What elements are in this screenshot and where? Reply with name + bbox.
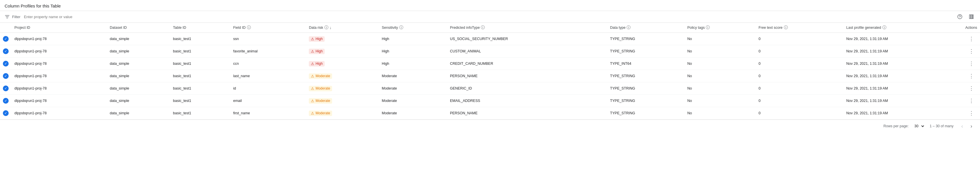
- dataset-id-cell: data_simple: [107, 70, 170, 82]
- row-actions-button[interactable]: ⋮: [967, 84, 975, 92]
- data-type-cell: TYPE_STRING: [607, 33, 684, 45]
- project-id-cell: dlppsbqrun1-proj-78: [11, 107, 107, 119]
- row-actions-button[interactable]: ⋮: [967, 72, 975, 80]
- free-text-score-cell: 0: [756, 70, 843, 82]
- col-actions: Actions: [963, 23, 980, 33]
- table-id-cell: basic_test1: [170, 82, 231, 95]
- row-actions-button[interactable]: ⋮: [967, 60, 975, 68]
- row-actions-button[interactable]: ⋮: [967, 109, 975, 117]
- data-type-cell: TYPE_INT64: [607, 57, 684, 70]
- policy-tags-cell: No: [684, 82, 756, 95]
- risk-icon: ⚠: [311, 74, 314, 78]
- check-icon: ✓: [3, 48, 9, 54]
- risk-icon: ⚠: [311, 99, 314, 103]
- data-risk-badge: ⚠Moderate: [309, 86, 332, 91]
- check-icon: ✓: [3, 110, 9, 116]
- data-type-cell: TYPE_STRING: [607, 95, 684, 107]
- col-status: [0, 23, 11, 33]
- table-id-cell: basic_test1: [170, 95, 231, 107]
- policy-tags-cell: No: [684, 95, 756, 107]
- free-text-score-cell: 0: [756, 82, 843, 95]
- col-table-id: Table ID: [170, 23, 231, 33]
- free-text-score-cell: 0: [756, 95, 843, 107]
- actions-cell: ⋮: [963, 70, 980, 82]
- table-row: ✓dlppsbqrun1-proj-78data_simplebasic_tes…: [0, 45, 980, 57]
- data-risk-cell: ⚠Moderate: [306, 107, 379, 119]
- data-type-cell: TYPE_STRING: [607, 70, 684, 82]
- table-id-cell: basic_test1: [170, 70, 231, 82]
- policy-tags-cell: No: [684, 70, 756, 82]
- sensitivity-cell: High: [379, 33, 447, 45]
- actions-cell: ⋮: [963, 95, 980, 107]
- data-risk-sort-icon[interactable]: ↓: [329, 25, 332, 30]
- status-cell: ✓: [0, 57, 11, 70]
- predicted-info-type-cell: GENERIC_ID: [447, 82, 607, 95]
- free-text-score-help-icon[interactable]: ⓘ: [784, 25, 788, 30]
- help-button[interactable]: [956, 13, 964, 21]
- sensitivity-cell: Moderate: [379, 95, 447, 107]
- actions-cell: ⋮: [963, 57, 980, 70]
- policy-tags-cell: No: [684, 107, 756, 119]
- columns-button[interactable]: [967, 13, 975, 21]
- data-risk-badge: ⚠Moderate: [309, 98, 332, 104]
- col-dataset-id: Dataset ID: [107, 23, 170, 33]
- next-page-button[interactable]: ›: [967, 122, 975, 130]
- col-policy-tags: Policy tagsⓘ: [684, 23, 756, 33]
- field-id-cell: id: [230, 82, 306, 95]
- data-risk-help-icon[interactable]: ⓘ: [325, 25, 328, 30]
- policy-tags-help-icon[interactable]: ⓘ: [706, 25, 710, 30]
- col-data-type: Data typeⓘ: [607, 23, 684, 33]
- dataset-id-cell: data_simple: [107, 45, 170, 57]
- actions-cell: ⋮: [963, 82, 980, 95]
- toolbar: Filter: [0, 11, 980, 23]
- risk-icon: ⚠: [311, 62, 314, 66]
- check-icon: ✓: [3, 61, 9, 67]
- project-id-cell: dlppsbqrun1-proj-78: [11, 95, 107, 107]
- last-profile-generated-cell: Nov 29, 2021, 1:31:19 AM: [843, 57, 963, 70]
- check-icon: ✓: [3, 36, 9, 42]
- predicted-info-type-help-icon[interactable]: ⓘ: [481, 25, 485, 30]
- predicted-info-type-cell: CUSTOM_ANIMAL: [447, 45, 607, 57]
- rows-per-page-label: Rows per page:: [883, 124, 909, 128]
- row-actions-button[interactable]: ⋮: [967, 47, 975, 55]
- field-id-cell: ssn: [230, 33, 306, 45]
- sensitivity-cell: High: [379, 45, 447, 57]
- data-risk-badge: ⚠Moderate: [309, 111, 332, 116]
- table-row: ✓dlppsbqrun1-proj-78data_simplebasic_tes…: [0, 82, 980, 95]
- rows-per-page-select[interactable]: 30 50 100: [913, 124, 925, 129]
- field-id-help-icon[interactable]: ⓘ: [247, 25, 251, 30]
- data-risk-cell: ⚠High: [306, 33, 379, 45]
- row-actions-button[interactable]: ⋮: [967, 35, 975, 43]
- last-profile-help-icon[interactable]: ⓘ: [882, 25, 886, 30]
- risk-icon: ⚠: [311, 111, 314, 116]
- pagination-text: 1 – 30 of many: [929, 124, 953, 128]
- footer: Rows per page: 30 50 100 1 – 30 of many …: [0, 119, 980, 132]
- filter-input[interactable]: [24, 15, 953, 19]
- field-id-cell: favorite_animal: [230, 45, 306, 57]
- svg-rect-6: [971, 15, 972, 19]
- project-id-cell: dlppsbqrun1-proj-78: [11, 57, 107, 70]
- check-icon: ✓: [3, 86, 9, 91]
- dataset-id-cell: data_simple: [107, 95, 170, 107]
- field-id-cell: first_name: [230, 107, 306, 119]
- prev-page-button[interactable]: ‹: [958, 122, 966, 130]
- data-type-cell: TYPE_STRING: [607, 45, 684, 57]
- data-risk-cell: ⚠Moderate: [306, 95, 379, 107]
- col-project-id: Project ID: [11, 23, 107, 33]
- risk-icon: ⚠: [311, 86, 314, 91]
- table-id-cell: basic_test1: [170, 107, 231, 119]
- field-id-cell: email: [230, 95, 306, 107]
- dataset-id-cell: data_simple: [107, 33, 170, 45]
- table-header-row: Project ID Dataset ID Table ID Field IDⓘ…: [0, 23, 980, 33]
- data-type-cell: TYPE_STRING: [607, 82, 684, 95]
- row-actions-button[interactable]: ⋮: [967, 97, 975, 105]
- svg-rect-5: [969, 15, 970, 19]
- dataset-id-cell: data_simple: [107, 57, 170, 70]
- project-id-cell: dlppsbqrun1-proj-78: [11, 45, 107, 57]
- policy-tags-cell: No: [684, 57, 756, 70]
- data-type-help-icon[interactable]: ⓘ: [627, 25, 631, 30]
- sensitivity-help-icon[interactable]: ⓘ: [399, 25, 403, 30]
- free-text-score-cell: 0: [756, 57, 843, 70]
- table-id-cell: basic_test1: [170, 33, 231, 45]
- svg-rect-7: [972, 15, 974, 19]
